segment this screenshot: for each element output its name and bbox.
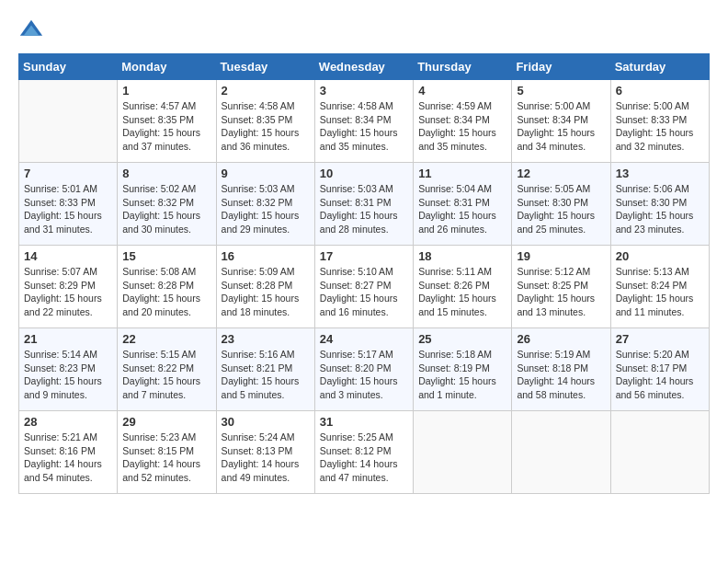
day-number: 2 [222,84,310,98]
cell-content: Sunrise: 4:58 AM Sunset: 8:34 PM Dayligh… [320,99,408,154]
week-row-5: 28Sunrise: 5:21 AM Sunset: 8:16 PM Dayli… [19,411,710,494]
calendar-cell: 10Sunrise: 5:03 AM Sunset: 8:31 PM Dayli… [314,163,413,246]
day-number: 22 [122,332,210,346]
logo-icon [18,18,44,44]
calendar-cell: 9Sunrise: 5:03 AM Sunset: 8:32 PM Daylig… [216,163,314,246]
day-number: 4 [418,84,506,98]
calendar-cell: 8Sunrise: 5:02 AM Sunset: 8:32 PM Daylig… [118,163,216,246]
cell-content: Sunrise: 5:07 AM Sunset: 8:29 PM Dayligh… [24,265,112,319]
calendar-cell: 28Sunrise: 5:21 AM Sunset: 8:16 PM Dayli… [19,411,118,494]
day-number: 20 [616,249,704,263]
page-header [18,18,710,44]
day-number: 8 [122,167,210,180]
calendar-cell: 7Sunrise: 5:01 AM Sunset: 8:33 PM Daylig… [19,163,118,246]
calendar-cell [512,411,610,494]
calendar-cell [19,80,118,163]
calendar-cell: 13Sunrise: 5:06 AM Sunset: 8:30 PM Dayli… [610,163,709,246]
cell-content: Sunrise: 5:20 AM Sunset: 8:17 PM Dayligh… [616,348,704,402]
calendar-cell: 20Sunrise: 5:13 AM Sunset: 8:24 PM Dayli… [610,246,709,328]
cell-content: Sunrise: 5:08 AM Sunset: 8:28 PM Dayligh… [122,265,210,319]
calendar-cell: 11Sunrise: 5:04 AM Sunset: 8:31 PM Dayli… [414,163,512,246]
day-number: 24 [320,332,408,346]
day-number: 11 [418,167,506,180]
day-number: 13 [616,167,704,180]
cell-content: Sunrise: 5:00 AM Sunset: 8:34 PM Dayligh… [517,99,605,154]
day-number: 6 [616,84,704,98]
header-row: SundayMondayTuesdayWednesdayThursdayFrid… [19,54,710,80]
logo [18,18,48,44]
calendar-cell: 17Sunrise: 5:10 AM Sunset: 8:27 PM Dayli… [314,246,413,328]
week-row-3: 14Sunrise: 5:07 AM Sunset: 8:29 PM Dayli… [19,246,710,328]
week-row-4: 21Sunrise: 5:14 AM Sunset: 8:23 PM Dayli… [19,328,710,411]
calendar-cell: 22Sunrise: 5:15 AM Sunset: 8:22 PM Dayli… [118,328,216,411]
cell-content: Sunrise: 5:21 AM Sunset: 8:16 PM Dayligh… [24,431,112,485]
cell-content: Sunrise: 5:25 AM Sunset: 8:12 PM Dayligh… [320,431,408,485]
cell-content: Sunrise: 5:09 AM Sunset: 8:28 PM Dayligh… [222,265,310,319]
week-row-2: 7Sunrise: 5:01 AM Sunset: 8:33 PM Daylig… [19,163,710,246]
day-number: 25 [418,332,506,346]
day-header-monday: Monday [118,54,216,80]
day-number: 16 [222,249,310,263]
cell-content: Sunrise: 5:24 AM Sunset: 8:13 PM Dayligh… [222,431,310,485]
cell-content: Sunrise: 5:15 AM Sunset: 8:22 PM Dayligh… [122,348,210,402]
calendar-cell: 31Sunrise: 5:25 AM Sunset: 8:12 PM Dayli… [314,411,413,494]
cell-content: Sunrise: 5:11 AM Sunset: 8:26 PM Dayligh… [418,265,506,319]
calendar-cell [414,411,512,494]
day-number: 12 [517,167,605,180]
day-number: 5 [517,84,605,98]
day-header-friday: Friday [512,54,610,80]
calendar-cell [610,411,709,494]
calendar-cell: 4Sunrise: 4:59 AM Sunset: 8:34 PM Daylig… [414,80,512,163]
day-header-sunday: Sunday [19,54,118,80]
calendar-cell: 15Sunrise: 5:08 AM Sunset: 8:28 PM Dayli… [118,246,216,328]
day-number: 1 [122,84,210,98]
day-number: 7 [24,167,112,180]
cell-content: Sunrise: 5:10 AM Sunset: 8:27 PM Dayligh… [320,265,408,319]
day-header-wednesday: Wednesday [314,54,413,80]
calendar-cell: 14Sunrise: 5:07 AM Sunset: 8:29 PM Dayli… [19,246,118,328]
day-number: 9 [222,167,310,180]
day-number: 31 [320,415,408,429]
week-row-1: 1Sunrise: 4:57 AM Sunset: 8:35 PM Daylig… [19,80,710,163]
calendar-cell: 23Sunrise: 5:16 AM Sunset: 8:21 PM Dayli… [216,328,314,411]
day-number: 28 [24,415,112,429]
calendar-cell: 29Sunrise: 5:23 AM Sunset: 8:15 PM Dayli… [118,411,216,494]
day-number: 26 [517,332,605,346]
day-number: 10 [320,167,408,180]
cell-content: Sunrise: 5:03 AM Sunset: 8:32 PM Dayligh… [222,182,310,236]
cell-content: Sunrise: 5:23 AM Sunset: 8:15 PM Dayligh… [122,431,210,485]
calendar-cell: 24Sunrise: 5:17 AM Sunset: 8:20 PM Dayli… [314,328,413,411]
calendar-cell: 12Sunrise: 5:05 AM Sunset: 8:30 PM Dayli… [512,163,610,246]
day-number: 27 [616,332,704,346]
day-number: 23 [222,332,310,346]
cell-content: Sunrise: 5:17 AM Sunset: 8:20 PM Dayligh… [320,348,408,402]
cell-content: Sunrise: 5:12 AM Sunset: 8:25 PM Dayligh… [517,265,605,319]
day-header-saturday: Saturday [610,54,709,80]
day-number: 29 [122,415,210,429]
cell-content: Sunrise: 5:05 AM Sunset: 8:30 PM Dayligh… [517,182,605,236]
day-number: 18 [418,249,506,263]
cell-content: Sunrise: 4:58 AM Sunset: 8:35 PM Dayligh… [222,99,310,154]
calendar-cell: 6Sunrise: 5:00 AM Sunset: 8:33 PM Daylig… [610,80,709,163]
calendar-cell: 30Sunrise: 5:24 AM Sunset: 8:13 PM Dayli… [216,411,314,494]
day-number: 19 [517,249,605,263]
calendar-cell: 27Sunrise: 5:20 AM Sunset: 8:17 PM Dayli… [610,328,709,411]
calendar-cell: 1Sunrise: 4:57 AM Sunset: 8:35 PM Daylig… [118,80,216,163]
day-number: 17 [320,249,408,263]
day-number: 15 [122,249,210,263]
day-number: 30 [222,415,310,429]
cell-content: Sunrise: 5:06 AM Sunset: 8:30 PM Dayligh… [616,182,704,236]
cell-content: Sunrise: 5:19 AM Sunset: 8:18 PM Dayligh… [517,348,605,402]
day-header-thursday: Thursday [414,54,512,80]
calendar-cell: 19Sunrise: 5:12 AM Sunset: 8:25 PM Dayli… [512,246,610,328]
calendar-cell: 16Sunrise: 5:09 AM Sunset: 8:28 PM Dayli… [216,246,314,328]
calendar-cell: 3Sunrise: 4:58 AM Sunset: 8:34 PM Daylig… [314,80,413,163]
cell-content: Sunrise: 4:59 AM Sunset: 8:34 PM Dayligh… [418,99,506,154]
cell-content: Sunrise: 5:02 AM Sunset: 8:32 PM Dayligh… [122,182,210,236]
cell-content: Sunrise: 5:13 AM Sunset: 8:24 PM Dayligh… [616,265,704,319]
cell-content: Sunrise: 5:03 AM Sunset: 8:31 PM Dayligh… [320,182,408,236]
cell-content: Sunrise: 5:01 AM Sunset: 8:33 PM Dayligh… [24,182,112,236]
cell-content: Sunrise: 5:18 AM Sunset: 8:19 PM Dayligh… [418,348,506,402]
day-header-tuesday: Tuesday [216,54,314,80]
cell-content: Sunrise: 5:16 AM Sunset: 8:21 PM Dayligh… [222,348,310,402]
